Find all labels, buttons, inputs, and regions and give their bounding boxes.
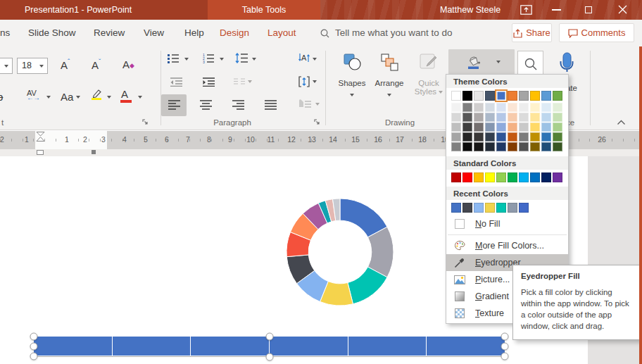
font-name-combo[interactable] — [0, 58, 13, 74]
theme-variant-swatch[interactable] — [519, 142, 529, 151]
chevron-down-icon[interactable] — [248, 80, 252, 83]
tab-layout[interactable]: Layout — [268, 20, 296, 46]
standard-color-swatch[interactable] — [508, 172, 517, 182]
theme-variant-swatch[interactable] — [462, 103, 472, 112]
arrange-button[interactable]: Arrange — [372, 51, 407, 100]
theme-variant-swatch[interactable] — [451, 113, 461, 122]
theme-color-swatch[interactable] — [485, 91, 495, 101]
tab-help[interactable]: Help — [184, 20, 204, 46]
font-dialog-launcher-icon[interactable] — [142, 119, 149, 126]
theme-variant-swatch[interactable] — [508, 142, 517, 151]
theme-variant-swatch[interactable] — [474, 103, 484, 112]
theme-color-swatch[interactable] — [553, 91, 562, 101]
align-left-button[interactable] — [168, 100, 180, 110]
theme-variant-swatch[interactable] — [508, 103, 517, 112]
theme-variant-swatch[interactable] — [553, 123, 562, 132]
theme-variant-swatch[interactable] — [485, 132, 495, 142]
increase-font-size-button[interactable]: Aˆ — [61, 58, 70, 71]
recent-color-swatch[interactable] — [485, 203, 495, 213]
resize-handle[interactable] — [501, 343, 509, 351]
shape-fill-button[interactable] — [448, 49, 515, 75]
align-text-button[interactable] — [298, 76, 310, 87]
doughnut-chart[interactable] — [280, 192, 400, 312]
comments-button[interactable]: Comments — [559, 23, 634, 42]
standard-color-swatch[interactable] — [462, 172, 472, 182]
left-indent-square-marker[interactable] — [37, 150, 44, 155]
align-right-button[interactable] — [232, 100, 244, 110]
numbering-button[interactable]: 123 — [203, 54, 215, 63]
tab-partial[interactable]: ns — [0, 20, 10, 46]
theme-variant-swatch[interactable] — [485, 113, 495, 122]
theme-variant-swatch[interactable] — [485, 103, 495, 112]
recent-color-swatch[interactable] — [496, 203, 506, 213]
resize-handle[interactable] — [501, 333, 509, 341]
theme-variant-swatch[interactable] — [541, 113, 551, 122]
decrease-indent-button[interactable] — [170, 77, 182, 87]
theme-variant-swatch[interactable] — [496, 103, 506, 112]
theme-variant-swatch[interactable] — [451, 132, 461, 142]
theme-variant-swatch[interactable] — [474, 123, 484, 132]
increase-indent-button[interactable] — [203, 77, 215, 87]
change-case-button[interactable]: Aa — [61, 91, 73, 103]
theme-variant-swatch[interactable] — [519, 103, 529, 112]
clear-formatting-button[interactable]: A◆ — [122, 58, 134, 70]
table-cell[interactable] — [34, 337, 113, 356]
convert-to-smartart-button[interactable] — [298, 99, 312, 109]
standard-color-swatch[interactable] — [496, 172, 506, 182]
find-button[interactable] — [517, 51, 543, 77]
resize-handle[interactable] — [266, 333, 274, 341]
theme-color-swatch-selected[interactable] — [496, 91, 506, 101]
chevron-down-icon[interactable] — [76, 96, 80, 99]
theme-variant-swatch[interactable] — [451, 103, 461, 112]
resize-handle[interactable] — [30, 333, 38, 341]
text-direction-button[interactable]: A — [298, 52, 310, 63]
tab-slide-show[interactable]: Slide Show — [28, 20, 76, 46]
contextual-tab-table-tools[interactable]: Table Tools — [208, 0, 320, 20]
standard-color-swatch[interactable] — [485, 172, 495, 182]
chevron-down-icon[interactable] — [220, 58, 224, 61]
theme-color-swatch[interactable] — [530, 91, 540, 101]
theme-color-swatch[interactable] — [508, 91, 517, 101]
theme-variant-swatch[interactable] — [530, 142, 540, 151]
recent-color-swatch[interactable] — [462, 203, 472, 213]
justify-button[interactable] — [265, 100, 277, 110]
table-cell[interactable] — [113, 337, 191, 356]
theme-variant-swatch[interactable] — [496, 113, 506, 122]
theme-variant-swatch[interactable] — [474, 132, 484, 142]
theme-variant-swatch[interactable] — [530, 132, 540, 142]
ribbon-display-options-icon[interactable] — [520, 5, 532, 15]
recent-color-swatch[interactable] — [474, 203, 484, 213]
resize-handle[interactable] — [30, 343, 38, 351]
theme-variant-swatch[interactable] — [508, 113, 517, 122]
align-center-button[interactable] — [200, 100, 212, 110]
chevron-down-icon[interactable] — [315, 103, 320, 106]
theme-variant-swatch[interactable] — [485, 142, 495, 151]
theme-color-swatch[interactable] — [451, 91, 461, 101]
theme-variant-swatch[interactable] — [519, 113, 529, 122]
tab-review[interactable]: Review — [94, 20, 125, 46]
resize-handle[interactable] — [501, 353, 509, 360]
line-spacing-button[interactable] — [235, 53, 248, 63]
character-spacing-button[interactable]: AV←→ — [27, 89, 39, 106]
quick-styles-button[interactable]: Quick Styles — [411, 51, 446, 96]
standard-color-swatch[interactable] — [530, 172, 540, 182]
chevron-down-icon[interactable] — [313, 58, 317, 61]
columns-button[interactable] — [234, 77, 245, 87]
resize-handle[interactable] — [30, 353, 38, 360]
theme-variant-swatch[interactable] — [530, 123, 540, 132]
theme-variant-swatch[interactable] — [451, 142, 461, 151]
recent-color-swatch[interactable] — [508, 203, 517, 213]
theme-variant-swatch[interactable] — [553, 142, 562, 151]
table-cell[interactable] — [427, 337, 505, 356]
theme-color-swatch[interactable] — [462, 91, 472, 101]
chevron-down-icon[interactable] — [184, 58, 189, 61]
theme-variant-swatch[interactable] — [496, 132, 506, 142]
close-icon[interactable] — [618, 5, 627, 14]
font-color-button[interactable]: A — [121, 88, 128, 100]
theme-variant-swatch[interactable] — [519, 132, 529, 142]
theme-variant-swatch[interactable] — [496, 123, 506, 132]
theme-variant-swatch[interactable] — [485, 123, 495, 132]
theme-variant-swatch[interactable] — [508, 123, 517, 132]
theme-variant-swatch[interactable] — [508, 132, 517, 142]
theme-variant-swatch[interactable] — [530, 113, 540, 122]
